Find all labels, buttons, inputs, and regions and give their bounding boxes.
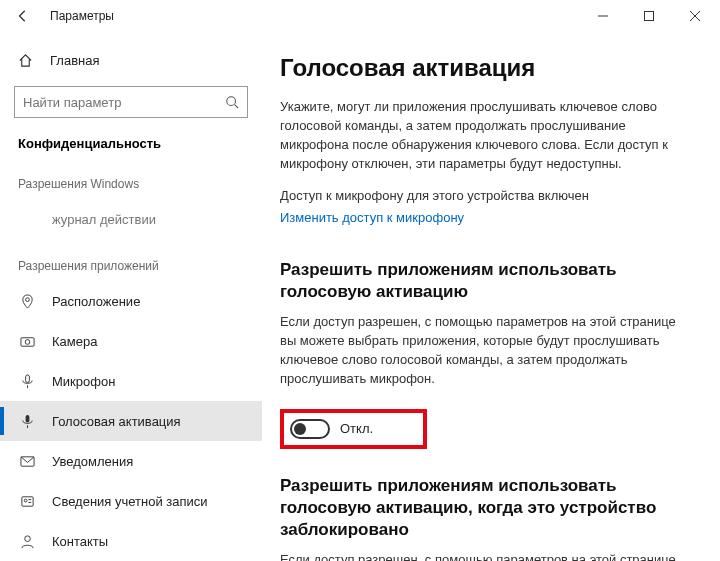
search-box[interactable]: [14, 86, 248, 118]
svg-rect-1: [645, 12, 654, 21]
sidebar-item-microphone[interactable]: Микрофон: [0, 361, 262, 401]
sidebar-item-voice-activation[interactable]: Голосовая активация: [0, 401, 262, 441]
intro-text: Укажите, могут ли приложения прослушиват…: [280, 98, 680, 173]
svg-rect-7: [20, 337, 33, 345]
svg-line-5: [235, 105, 239, 109]
back-button[interactable]: [8, 1, 38, 31]
microphone-icon: [18, 374, 36, 389]
toggle-state-label: Откл.: [340, 421, 373, 436]
voice-icon: [18, 414, 36, 429]
sidebar-item-camera[interactable]: Камера: [0, 321, 262, 361]
svg-point-16: [24, 535, 30, 541]
svg-point-8: [25, 339, 30, 344]
sidebar-item-label: Контакты: [52, 534, 108, 549]
location-icon: [18, 294, 36, 309]
home-link[interactable]: Главная: [0, 42, 262, 78]
svg-point-6: [25, 297, 29, 301]
minimize-button[interactable]: [580, 0, 626, 32]
contacts-icon: [18, 534, 36, 549]
page-title: Голосовая активация: [280, 54, 700, 82]
sidebar-item-label: Микрофон: [52, 374, 115, 389]
section-windows-permissions: Разрешения Windows: [0, 157, 262, 199]
allow-apps-desc: Если доступ разрешен, с помощью параметр…: [280, 313, 680, 388]
mic-status-text: Доступ к микрофону для этого устройства …: [280, 187, 680, 206]
toggle-knob: [294, 423, 306, 435]
home-icon: [18, 53, 34, 68]
window-controls: [580, 0, 718, 32]
account-icon: [18, 494, 36, 509]
content-area: Голосовая активация Укажите, могут ли пр…: [262, 32, 720, 561]
change-mic-access-link[interactable]: Изменить доступ к микрофону: [280, 210, 464, 225]
locked-heading: Разрешить приложениям использовать голос…: [280, 475, 680, 541]
svg-point-4: [227, 97, 236, 106]
sidebar-item-label: Уведомления: [52, 454, 133, 469]
sidebar-item-label: журнал действии: [52, 212, 156, 227]
svg-point-13: [24, 499, 27, 502]
sidebar-item-location[interactable]: Расположение: [0, 281, 262, 321]
titlebar: Параметры: [0, 0, 720, 32]
sidebar-item-label: Камера: [52, 334, 97, 349]
privacy-heading: Конфиденциальность: [0, 128, 262, 157]
notifications-icon: [18, 454, 36, 469]
close-button[interactable]: [672, 0, 718, 32]
highlight-box: Откл.: [280, 409, 427, 449]
sidebar-item-label: Голосовая активация: [52, 414, 181, 429]
camera-icon: [18, 334, 36, 349]
maximize-button[interactable]: [626, 0, 672, 32]
sidebar-item-contacts[interactable]: Контакты: [0, 521, 262, 561]
sidebar-item-label: Сведения учетной записи: [52, 494, 208, 509]
sidebar-item-label: Расположение: [52, 294, 140, 309]
sidebar: Главная Конфиденциальность Разрешения Wi…: [0, 32, 262, 561]
sidebar-item-history[interactable]: журнал действии: [0, 199, 262, 239]
svg-rect-9: [25, 374, 29, 382]
locked-desc: Если доступ разрешен, с помощью параметр…: [280, 551, 680, 561]
search-input[interactable]: [23, 95, 225, 110]
sidebar-item-account-info[interactable]: Сведения учетной записи: [0, 481, 262, 521]
svg-rect-10: [25, 414, 29, 422]
home-label: Главная: [50, 53, 99, 68]
sidebar-item-notifications[interactable]: Уведомления: [0, 441, 262, 481]
voice-activation-toggle[interactable]: [290, 419, 330, 439]
allow-apps-heading: Разрешить приложениям использовать голос…: [280, 259, 680, 303]
window-title: Параметры: [50, 9, 114, 23]
search-icon: [225, 95, 239, 109]
svg-rect-12: [21, 496, 32, 505]
section-app-permissions: Разрешения приложений: [0, 239, 262, 281]
